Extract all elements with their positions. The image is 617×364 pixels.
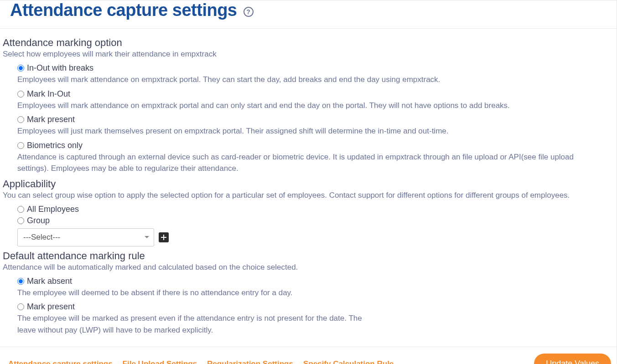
radio-mark-in-out[interactable] (17, 91, 24, 97)
radio-all-employees[interactable] (17, 206, 24, 213)
help-icon[interactable]: ? (244, 7, 254, 17)
section-marking-option: Attendance marking option Select how emp… (3, 37, 614, 174)
option-mark-in-out: Mark In-Out Employees will mark attendan… (17, 89, 614, 112)
option-desc: The employee will deemed to be absent if… (17, 287, 605, 299)
section-sub-default-rule: Attendance will be automatically marked … (3, 263, 614, 272)
footer-link-calculation-rule[interactable]: Specify Calculation Rule (303, 359, 394, 364)
update-values-button[interactable]: Update Values (534, 354, 611, 364)
option-label: Mark present (27, 115, 75, 124)
option-label: Biometrics only (27, 141, 83, 150)
section-default-rule: Default attendance marking rule Attendan… (3, 250, 614, 336)
radio-biometrics-only[interactable] (17, 142, 24, 149)
option-desc: Employees will just mark themselves pres… (17, 125, 605, 137)
option-all-employees: All Employees (17, 205, 614, 214)
option-label: In-Out with breaks (27, 63, 93, 73)
section-title-default-rule: Default attendance marking rule (3, 250, 614, 262)
option-label: Mark In-Out (27, 89, 70, 99)
footer-bar: Attendance capture settings File Upload … (0, 347, 617, 364)
radio-group[interactable] (17, 217, 24, 224)
section-sub-marking: Select how employees will mark their att… (3, 50, 614, 59)
add-group-button[interactable] (159, 232, 169, 242)
plus-icon (161, 235, 166, 240)
chevron-down-icon (145, 236, 149, 238)
footer-link-attendance-capture[interactable]: Attendance capture settings (8, 359, 113, 364)
group-select[interactable]: ---Select--- (17, 228, 154, 246)
option-label: All Employees (27, 205, 79, 214)
footer-links: Attendance capture settings File Upload … (8, 359, 394, 364)
group-select-value: ---Select--- (23, 233, 60, 242)
option-mark-present: Mark present Employees will just mark th… (17, 115, 614, 137)
radio-mark-absent[interactable] (17, 278, 24, 285)
section-title-applicability: Applicability (3, 178, 614, 190)
section-sub-applicability: You can select group wise option to appl… (3, 191, 614, 200)
radio-in-out-breaks[interactable] (17, 65, 24, 72)
option-group: Group ---Select--- (17, 216, 614, 246)
option-mark-absent: Mark absent The employee will deemed to … (17, 277, 614, 299)
radio-mark-present[interactable] (17, 116, 24, 123)
option-desc: Employees will mark attendance on empxtr… (17, 100, 605, 112)
option-biometrics-only: Biometrics only Attendance is captured t… (17, 141, 614, 174)
page-header: Attendance capture settings ? (0, 0, 617, 28)
option-desc: Attendance is captured through an extern… (17, 151, 605, 174)
option-label: Mark present (27, 302, 75, 312)
option-in-out-breaks: In-Out with breaks Employees will mark a… (17, 63, 614, 86)
option-desc: The employee will be marked as present e… (17, 313, 378, 336)
section-applicability: Applicability You can select group wise … (3, 178, 614, 246)
option-label: Group (27, 216, 50, 226)
option-default-mark-present: Mark present The employee will be marked… (17, 302, 614, 336)
option-desc: Employees will mark attendance on empxtr… (17, 74, 605, 86)
option-label: Mark absent (27, 277, 72, 286)
footer-link-file-upload[interactable]: File Upload Settings (123, 359, 197, 364)
page-title: Attendance capture settings (10, 0, 237, 20)
radio-default-mark-present[interactable] (17, 303, 24, 310)
footer-link-regularization[interactable]: Regularization Settings (207, 359, 293, 364)
section-title-marking: Attendance marking option (3, 37, 614, 49)
